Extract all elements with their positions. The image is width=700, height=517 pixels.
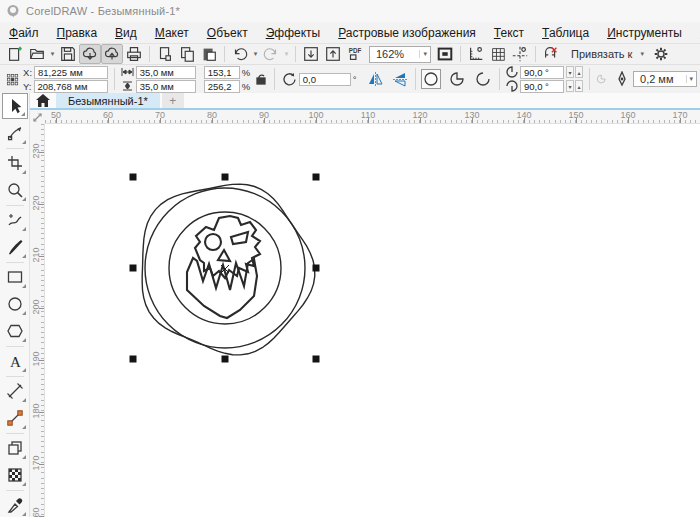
cloud-upload-button[interactable] bbox=[101, 44, 123, 64]
object-origin-grid-icon[interactable] bbox=[6, 69, 19, 89]
pdf-button[interactable]: PDF bbox=[344, 44, 366, 64]
freehand-tool[interactable] bbox=[2, 207, 28, 233]
export-button[interactable] bbox=[322, 44, 344, 64]
chevron-down-icon[interactable]: ▾ bbox=[282, 50, 291, 58]
end-angle-spinner[interactable]: ▾▴ bbox=[566, 80, 583, 92]
show-rulers-button[interactable] bbox=[465, 44, 487, 64]
menu-item-8[interactable]: Текст bbox=[485, 24, 533, 42]
import-button[interactable] bbox=[300, 44, 322, 64]
menu-item-3[interactable]: Вид bbox=[106, 24, 146, 42]
menu-item-7[interactable]: Растровые изображения bbox=[329, 24, 485, 42]
chevron-down-icon[interactable]: ▾ bbox=[48, 50, 57, 58]
orc-badge-drawing[interactable] bbox=[142, 184, 315, 355]
end-angle-field[interactable]: 90,0 ° bbox=[520, 80, 564, 93]
start-angle-spinner[interactable]: ▾▴ bbox=[566, 66, 583, 78]
document-tab-active[interactable]: Безымянный-1* bbox=[56, 93, 160, 108]
menu-item-9[interactable]: Таблица bbox=[533, 24, 598, 42]
snap-off-button[interactable] bbox=[540, 44, 562, 64]
scale-horizontal-field[interactable]: 153,1 bbox=[204, 66, 240, 79]
chevron-down-icon[interactable]: ▾ bbox=[251, 50, 260, 58]
selection-handle[interactable] bbox=[130, 356, 137, 363]
menu-item-1[interactable]: Файл bbox=[0, 24, 48, 42]
redo-button[interactable] bbox=[260, 44, 282, 64]
object-width-field[interactable]: 35,0 мм bbox=[136, 66, 196, 79]
selection-handle[interactable] bbox=[130, 265, 137, 272]
pie-mode-button[interactable] bbox=[447, 69, 467, 89]
shadow-tool[interactable] bbox=[2, 435, 28, 461]
chevron-down-icon: ▾ bbox=[419, 50, 427, 58]
ruler-origin-corner[interactable] bbox=[30, 110, 45, 124]
options-gear-button[interactable] bbox=[650, 44, 672, 64]
selection-handle[interactable] bbox=[222, 174, 229, 181]
menu-item-4[interactable]: Макет bbox=[146, 24, 198, 42]
show-guidelines-button[interactable] bbox=[509, 44, 531, 64]
selection-handle[interactable] bbox=[313, 174, 320, 181]
menu-item-5[interactable]: Объект bbox=[198, 24, 257, 42]
pick-tool[interactable] bbox=[2, 93, 28, 119]
outline-width-combo[interactable]: 0,2 мм▾ bbox=[633, 71, 697, 87]
scale-vertical-field[interactable]: 256,2 bbox=[204, 80, 240, 93]
rotation-angle-field[interactable]: 0,0 bbox=[299, 73, 351, 86]
hruler-tick bbox=[368, 118, 369, 123]
horizontal-ruler[interactable]: 5060708090100110120130140150160170 bbox=[45, 110, 700, 124]
crop-tool[interactable] bbox=[2, 150, 28, 176]
show-grid-button[interactable] bbox=[487, 44, 509, 64]
eyedropper-tool[interactable] bbox=[2, 492, 28, 517]
new-tab-button[interactable]: + bbox=[162, 93, 184, 108]
shape-tool[interactable] bbox=[2, 120, 28, 146]
cut-icon bbox=[156, 45, 174, 63]
zoom-level-combo[interactable]: 162%▾ bbox=[369, 46, 431, 63]
vruler-number: 160 bbox=[31, 503, 41, 517]
snap-to-dropdown[interactable]: Привязать к▾ bbox=[565, 46, 647, 63]
polygon-tool[interactable] bbox=[2, 318, 28, 344]
menu-item-10[interactable]: Инструменты bbox=[598, 24, 691, 42]
connector-tool[interactable] bbox=[2, 405, 28, 431]
menu-item-2[interactable]: Правка bbox=[48, 24, 107, 42]
svg-text:PDF: PDF bbox=[349, 47, 362, 54]
vruler-tick bbox=[39, 256, 44, 257]
hruler-tick bbox=[680, 118, 681, 123]
rectangle-tool[interactable] bbox=[2, 264, 28, 290]
cloud-upload-icon bbox=[103, 45, 121, 63]
arc-mode-button[interactable] bbox=[473, 69, 493, 89]
selection-handle[interactable] bbox=[313, 265, 320, 272]
cloud-download-button[interactable] bbox=[79, 44, 101, 64]
copy-button[interactable] bbox=[176, 44, 198, 64]
zoom-tool[interactable] bbox=[2, 177, 28, 203]
cut-button[interactable] bbox=[154, 44, 176, 64]
menu-item-11[interactable]: Окно bbox=[691, 24, 700, 42]
object-height-field[interactable]: 35,0 мм bbox=[136, 80, 196, 93]
drawing-canvas[interactable] bbox=[45, 124, 700, 517]
mirror-vertical-icon[interactable] bbox=[392, 71, 409, 87]
ellipse-mode-button[interactable] bbox=[421, 69, 441, 89]
start-angle-field[interactable]: 90,0 ° bbox=[520, 66, 564, 79]
selection-handle[interactable] bbox=[130, 174, 137, 181]
x-position-field[interactable]: 81,225 мм bbox=[34, 66, 108, 79]
print-button[interactable] bbox=[123, 44, 145, 64]
toolbox-separator bbox=[6, 490, 24, 491]
new-document-button[interactable] bbox=[4, 44, 26, 64]
scale-h-percent-label: % bbox=[242, 67, 250, 78]
artistic-media-tool[interactable] bbox=[2, 234, 28, 260]
save-button[interactable] bbox=[57, 44, 79, 64]
fullscreen-preview-button[interactable] bbox=[434, 44, 456, 64]
menu-item-6[interactable]: Эффекты bbox=[257, 24, 330, 42]
menu-bar: ФайлПравкаВидМакетОбъектЭффектыРастровые… bbox=[0, 22, 700, 43]
transparency-tool[interactable] bbox=[2, 462, 28, 488]
home-button[interactable] bbox=[30, 93, 56, 108]
undo-button[interactable] bbox=[229, 44, 251, 64]
selection-handle[interactable] bbox=[222, 356, 229, 363]
import-icon bbox=[302, 45, 320, 63]
text-tool[interactable]: A bbox=[2, 348, 28, 374]
fullscreen-preview-icon bbox=[436, 45, 454, 63]
parallel-dimension-tool[interactable] bbox=[2, 378, 28, 404]
mirror-horizontal-icon[interactable] bbox=[367, 71, 384, 87]
ellipse-tool[interactable] bbox=[2, 291, 28, 317]
paste-button[interactable] bbox=[198, 44, 220, 64]
lock-ratio-icon[interactable] bbox=[254, 71, 268, 87]
open-folder-button[interactable] bbox=[26, 44, 48, 64]
vertical-ruler[interactable]: 230220210200190180170160 bbox=[30, 124, 45, 517]
change-direction-icon[interactable] bbox=[596, 71, 606, 87]
selection-handle[interactable] bbox=[313, 356, 320, 363]
y-position-field[interactable]: 208,768 мм bbox=[34, 80, 108, 93]
